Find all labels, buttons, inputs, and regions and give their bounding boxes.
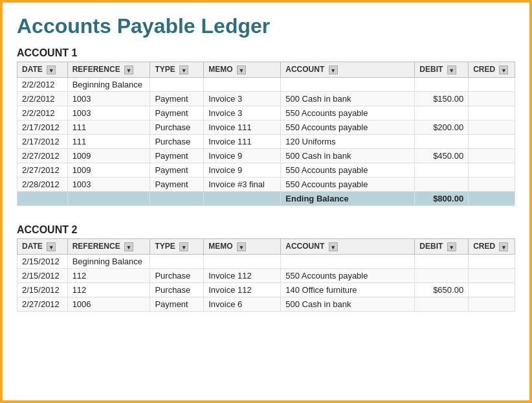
- filter-arrow-date-2[interactable]: ▼: [47, 242, 56, 251]
- col-header-ref-1: REFERENCE ▼: [67, 62, 150, 78]
- col-header-cred-1: CRED ▼: [469, 62, 515, 78]
- ending-balance-row: Ending Balance$800.00: [17, 191, 515, 205]
- col-header-ref-2: REFERENCE ▼: [67, 238, 150, 254]
- filter-arrow-debit-1[interactable]: ▼: [447, 65, 456, 75]
- filter-arrow-date-1[interactable]: ▼: [47, 65, 56, 75]
- filter-arrow-ref-1[interactable]: ▼: [124, 65, 133, 75]
- page: Accounts Payable Ledger ACCOUNT 1 DATE ▼…: [0, 0, 532, 403]
- filter-arrow-memo-2[interactable]: ▼: [237, 242, 246, 251]
- filter-arrow-cred-1[interactable]: ▼: [499, 65, 508, 75]
- col-header-date-1: DATE ▼: [17, 62, 68, 78]
- filter-arrow-cred-2[interactable]: ▼: [499, 242, 508, 251]
- filter-arrow-debit-2[interactable]: ▼: [447, 242, 456, 251]
- col-header-date-2: DATE ▼: [17, 238, 68, 254]
- table-row: 2/17/2012111PurchaseInvoice 111120 Unifo…: [17, 134, 515, 148]
- table-row: 2/27/20121009PaymentInvoice 9500 Cash in…: [17, 148, 515, 163]
- col-header-debit-2: DEBIT ▼: [415, 238, 469, 254]
- table-row: 2/15/2012112PurchaseInvoice 112550 Accou…: [17, 268, 515, 282]
- filter-arrow-type-2[interactable]: ▼: [179, 242, 188, 251]
- col-header-memo-2: MEMO ▼: [204, 238, 281, 254]
- account1-heading: ACCOUNT 1: [17, 47, 515, 59]
- col-header-type-1: TYPE ▼: [150, 62, 204, 78]
- col-header-account-1: ACCOUNT ▼: [281, 62, 415, 78]
- filter-arrow-memo-1[interactable]: ▼: [237, 65, 246, 75]
- col-header-account-2: ACCOUNT ▼: [281, 238, 415, 254]
- col-header-memo-1: MEMO ▼: [204, 62, 281, 78]
- account2-heading: ACCOUNT 2: [17, 224, 515, 236]
- table-row: 2/15/2012112PurchaseInvoice 112140 Offic…: [17, 282, 515, 297]
- table-row: 2/2/20121003PaymentInvoice 3500 Cash in …: [17, 91, 515, 106]
- table-row: 2/15/2012Beginning Balance: [17, 254, 515, 268]
- table-row: 2/28/20121003PaymentInvoice #3 final550 …: [17, 177, 515, 191]
- col-header-debit-1: DEBIT ▼: [415, 62, 469, 78]
- filter-arrow-account-1[interactable]: ▼: [329, 65, 338, 75]
- table-row: 2/17/2012111PurchaseInvoice 111550 Accou…: [17, 120, 515, 134]
- table-row: 2/27/20121006PaymentInvoice 6500 Cash in…: [17, 297, 515, 311]
- filter-arrow-account-2[interactable]: ▼: [329, 242, 338, 251]
- filter-arrow-ref-2[interactable]: ▼: [124, 242, 133, 251]
- col-header-type-2: TYPE ▼: [150, 238, 204, 254]
- filter-arrow-type-1[interactable]: ▼: [179, 65, 188, 75]
- table-row: 2/27/20121009PaymentInvoice 9550 Account…: [17, 163, 515, 177]
- table-row: 2/2/20121003PaymentInvoice 3550 Accounts…: [17, 106, 515, 120]
- page-title: Accounts Payable Ledger: [17, 14, 515, 38]
- account1-table: DATE ▼ REFERENCE ▼ TYPE ▼ MEMO ▼ ACCOUNT…: [17, 62, 515, 206]
- col-header-cred-2: CRED ▼: [469, 238, 515, 254]
- table-row: 2/2/2012Beginning Balance: [17, 77, 515, 91]
- account2-table: DATE ▼ REFERENCE ▼ TYPE ▼ MEMO ▼ ACCOUNT…: [17, 238, 515, 312]
